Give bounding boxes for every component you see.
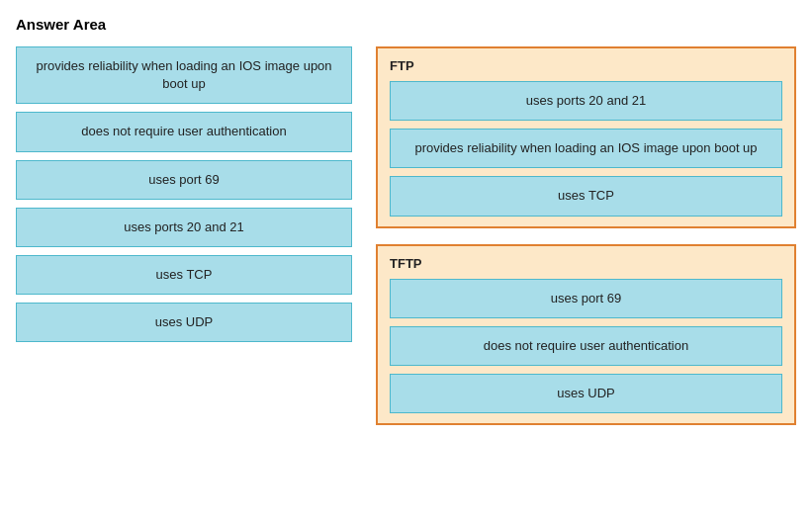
page-title: Answer Area xyxy=(16,16,796,33)
source-item-provides-reliability[interactable]: provides reliability when loading an IOS… xyxy=(16,46,352,104)
protocol-label-ftp: FTP xyxy=(390,58,782,73)
protocol-items-ftp: uses ports 20 and 21provides reliability… xyxy=(390,81,782,217)
source-items: provides reliability when loading an IOS… xyxy=(16,46,352,342)
protocol-items-tftp: uses port 69does not require user authen… xyxy=(390,279,782,414)
protocol-item-tftp-noauth[interactable]: does not require user authentication xyxy=(390,326,782,366)
source-item-uses-udp[interactable]: uses UDP xyxy=(16,303,352,342)
protocol-label-tftp: TFTP xyxy=(390,256,782,271)
protocol-item-ftp-tcp[interactable]: uses TCP xyxy=(390,176,782,216)
protocol-item-ftp-ports[interactable]: uses ports 20 and 21 xyxy=(390,81,782,121)
protocol-box-tftp: TFTPuses port 69does not require user au… xyxy=(376,244,796,426)
protocol-box-ftp: FTPuses ports 20 and 21provides reliabil… xyxy=(376,46,796,228)
source-item-uses-tcp[interactable]: uses TCP xyxy=(16,255,352,295)
protocol-columns: FTPuses ports 20 and 21provides reliabil… xyxy=(376,46,796,425)
source-item-ports-20-21[interactable]: uses ports 20 and 21 xyxy=(16,208,352,247)
answer-area: provides reliability when loading an IOS… xyxy=(16,46,796,425)
source-item-port-69[interactable]: uses port 69 xyxy=(16,160,352,200)
protocol-item-tftp-port69[interactable]: uses port 69 xyxy=(390,279,782,318)
source-item-no-auth[interactable]: does not require user authentication xyxy=(16,112,352,151)
protocol-item-ftp-reliability[interactable]: provides reliability when loading an IOS… xyxy=(390,129,782,168)
protocol-item-tftp-udp[interactable]: uses UDP xyxy=(390,374,782,413)
